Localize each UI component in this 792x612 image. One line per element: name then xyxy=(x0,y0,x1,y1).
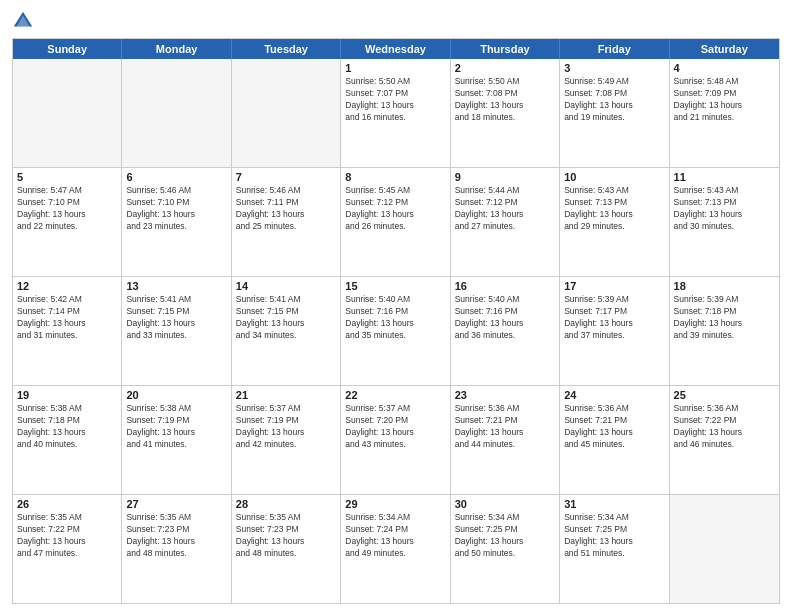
calendar-cell: 3Sunrise: 5:49 AM Sunset: 7:08 PM Daylig… xyxy=(560,59,669,167)
calendar-cell: 13Sunrise: 5:41 AM Sunset: 7:15 PM Dayli… xyxy=(122,277,231,385)
day-number: 7 xyxy=(236,171,336,183)
day-info: Sunrise: 5:34 AM Sunset: 7:25 PM Dayligh… xyxy=(564,512,664,560)
calendar-body: 1Sunrise: 5:50 AM Sunset: 7:07 PM Daylig… xyxy=(13,59,779,603)
header-day-friday: Friday xyxy=(560,39,669,59)
day-number: 3 xyxy=(564,62,664,74)
calendar-cell: 4Sunrise: 5:48 AM Sunset: 7:09 PM Daylig… xyxy=(670,59,779,167)
day-info: Sunrise: 5:36 AM Sunset: 7:21 PM Dayligh… xyxy=(564,403,664,451)
day-info: Sunrise: 5:44 AM Sunset: 7:12 PM Dayligh… xyxy=(455,185,555,233)
day-number: 27 xyxy=(126,498,226,510)
day-info: Sunrise: 5:35 AM Sunset: 7:23 PM Dayligh… xyxy=(126,512,226,560)
day-info: Sunrise: 5:37 AM Sunset: 7:19 PM Dayligh… xyxy=(236,403,336,451)
calendar-cell: 26Sunrise: 5:35 AM Sunset: 7:22 PM Dayli… xyxy=(13,495,122,603)
day-info: Sunrise: 5:35 AM Sunset: 7:23 PM Dayligh… xyxy=(236,512,336,560)
calendar-cell: 14Sunrise: 5:41 AM Sunset: 7:15 PM Dayli… xyxy=(232,277,341,385)
calendar-cell: 30Sunrise: 5:34 AM Sunset: 7:25 PM Dayli… xyxy=(451,495,560,603)
calendar-cell: 9Sunrise: 5:44 AM Sunset: 7:12 PM Daylig… xyxy=(451,168,560,276)
calendar-row-5: 26Sunrise: 5:35 AM Sunset: 7:22 PM Dayli… xyxy=(13,494,779,603)
day-info: Sunrise: 5:41 AM Sunset: 7:15 PM Dayligh… xyxy=(236,294,336,342)
day-number: 11 xyxy=(674,171,775,183)
day-info: Sunrise: 5:41 AM Sunset: 7:15 PM Dayligh… xyxy=(126,294,226,342)
calendar-header: SundayMondayTuesdayWednesdayThursdayFrid… xyxy=(13,39,779,59)
calendar-cell: 17Sunrise: 5:39 AM Sunset: 7:17 PM Dayli… xyxy=(560,277,669,385)
calendar-cell: 29Sunrise: 5:34 AM Sunset: 7:24 PM Dayli… xyxy=(341,495,450,603)
calendar-cell: 6Sunrise: 5:46 AM Sunset: 7:10 PM Daylig… xyxy=(122,168,231,276)
day-info: Sunrise: 5:34 AM Sunset: 7:25 PM Dayligh… xyxy=(455,512,555,560)
day-number: 21 xyxy=(236,389,336,401)
calendar-cell: 19Sunrise: 5:38 AM Sunset: 7:18 PM Dayli… xyxy=(13,386,122,494)
calendar-cell: 7Sunrise: 5:46 AM Sunset: 7:11 PM Daylig… xyxy=(232,168,341,276)
day-number: 4 xyxy=(674,62,775,74)
day-info: Sunrise: 5:50 AM Sunset: 7:07 PM Dayligh… xyxy=(345,76,445,124)
day-number: 15 xyxy=(345,280,445,292)
day-number: 12 xyxy=(17,280,117,292)
calendar-cell: 1Sunrise: 5:50 AM Sunset: 7:07 PM Daylig… xyxy=(341,59,450,167)
calendar-cell xyxy=(670,495,779,603)
day-number: 10 xyxy=(564,171,664,183)
day-number: 2 xyxy=(455,62,555,74)
calendar-cell xyxy=(122,59,231,167)
calendar-cell: 24Sunrise: 5:36 AM Sunset: 7:21 PM Dayli… xyxy=(560,386,669,494)
header-day-wednesday: Wednesday xyxy=(341,39,450,59)
calendar-row-1: 1Sunrise: 5:50 AM Sunset: 7:07 PM Daylig… xyxy=(13,59,779,167)
calendar-cell: 22Sunrise: 5:37 AM Sunset: 7:20 PM Dayli… xyxy=(341,386,450,494)
calendar-cell: 10Sunrise: 5:43 AM Sunset: 7:13 PM Dayli… xyxy=(560,168,669,276)
day-number: 8 xyxy=(345,171,445,183)
calendar-cell: 31Sunrise: 5:34 AM Sunset: 7:25 PM Dayli… xyxy=(560,495,669,603)
day-number: 31 xyxy=(564,498,664,510)
day-info: Sunrise: 5:50 AM Sunset: 7:08 PM Dayligh… xyxy=(455,76,555,124)
calendar-cell: 20Sunrise: 5:38 AM Sunset: 7:19 PM Dayli… xyxy=(122,386,231,494)
day-number: 25 xyxy=(674,389,775,401)
header xyxy=(12,10,780,32)
day-info: Sunrise: 5:47 AM Sunset: 7:10 PM Dayligh… xyxy=(17,185,117,233)
calendar-cell: 28Sunrise: 5:35 AM Sunset: 7:23 PM Dayli… xyxy=(232,495,341,603)
day-number: 22 xyxy=(345,389,445,401)
header-day-tuesday: Tuesday xyxy=(232,39,341,59)
calendar-cell: 21Sunrise: 5:37 AM Sunset: 7:19 PM Dayli… xyxy=(232,386,341,494)
day-info: Sunrise: 5:43 AM Sunset: 7:13 PM Dayligh… xyxy=(674,185,775,233)
page: SundayMondayTuesdayWednesdayThursdayFrid… xyxy=(0,0,792,612)
logo-icon xyxy=(12,10,34,32)
day-number: 6 xyxy=(126,171,226,183)
day-number: 24 xyxy=(564,389,664,401)
day-info: Sunrise: 5:39 AM Sunset: 7:17 PM Dayligh… xyxy=(564,294,664,342)
calendar-row-2: 5Sunrise: 5:47 AM Sunset: 7:10 PM Daylig… xyxy=(13,167,779,276)
day-number: 19 xyxy=(17,389,117,401)
header-day-thursday: Thursday xyxy=(451,39,560,59)
day-info: Sunrise: 5:36 AM Sunset: 7:22 PM Dayligh… xyxy=(674,403,775,451)
logo xyxy=(12,10,38,32)
calendar-cell: 8Sunrise: 5:45 AM Sunset: 7:12 PM Daylig… xyxy=(341,168,450,276)
day-number: 26 xyxy=(17,498,117,510)
day-number: 5 xyxy=(17,171,117,183)
day-number: 29 xyxy=(345,498,445,510)
day-info: Sunrise: 5:46 AM Sunset: 7:10 PM Dayligh… xyxy=(126,185,226,233)
calendar-cell xyxy=(232,59,341,167)
day-info: Sunrise: 5:43 AM Sunset: 7:13 PM Dayligh… xyxy=(564,185,664,233)
calendar-cell: 5Sunrise: 5:47 AM Sunset: 7:10 PM Daylig… xyxy=(13,168,122,276)
day-number: 30 xyxy=(455,498,555,510)
day-info: Sunrise: 5:38 AM Sunset: 7:18 PM Dayligh… xyxy=(17,403,117,451)
calendar-row-3: 12Sunrise: 5:42 AM Sunset: 7:14 PM Dayli… xyxy=(13,276,779,385)
calendar-cell: 2Sunrise: 5:50 AM Sunset: 7:08 PM Daylig… xyxy=(451,59,560,167)
header-day-sunday: Sunday xyxy=(13,39,122,59)
calendar-cell: 18Sunrise: 5:39 AM Sunset: 7:18 PM Dayli… xyxy=(670,277,779,385)
calendar-cell: 25Sunrise: 5:36 AM Sunset: 7:22 PM Dayli… xyxy=(670,386,779,494)
calendar-cell: 16Sunrise: 5:40 AM Sunset: 7:16 PM Dayli… xyxy=(451,277,560,385)
header-day-saturday: Saturday xyxy=(670,39,779,59)
calendar-cell: 12Sunrise: 5:42 AM Sunset: 7:14 PM Dayli… xyxy=(13,277,122,385)
calendar-cell: 11Sunrise: 5:43 AM Sunset: 7:13 PM Dayli… xyxy=(670,168,779,276)
day-info: Sunrise: 5:46 AM Sunset: 7:11 PM Dayligh… xyxy=(236,185,336,233)
day-info: Sunrise: 5:49 AM Sunset: 7:08 PM Dayligh… xyxy=(564,76,664,124)
day-number: 28 xyxy=(236,498,336,510)
day-number: 23 xyxy=(455,389,555,401)
calendar: SundayMondayTuesdayWednesdayThursdayFrid… xyxy=(12,38,780,604)
calendar-cell: 15Sunrise: 5:40 AM Sunset: 7:16 PM Dayli… xyxy=(341,277,450,385)
day-info: Sunrise: 5:48 AM Sunset: 7:09 PM Dayligh… xyxy=(674,76,775,124)
day-info: Sunrise: 5:35 AM Sunset: 7:22 PM Dayligh… xyxy=(17,512,117,560)
day-number: 1 xyxy=(345,62,445,74)
day-info: Sunrise: 5:42 AM Sunset: 7:14 PM Dayligh… xyxy=(17,294,117,342)
day-info: Sunrise: 5:37 AM Sunset: 7:20 PM Dayligh… xyxy=(345,403,445,451)
day-info: Sunrise: 5:38 AM Sunset: 7:19 PM Dayligh… xyxy=(126,403,226,451)
day-info: Sunrise: 5:36 AM Sunset: 7:21 PM Dayligh… xyxy=(455,403,555,451)
calendar-row-4: 19Sunrise: 5:38 AM Sunset: 7:18 PM Dayli… xyxy=(13,385,779,494)
